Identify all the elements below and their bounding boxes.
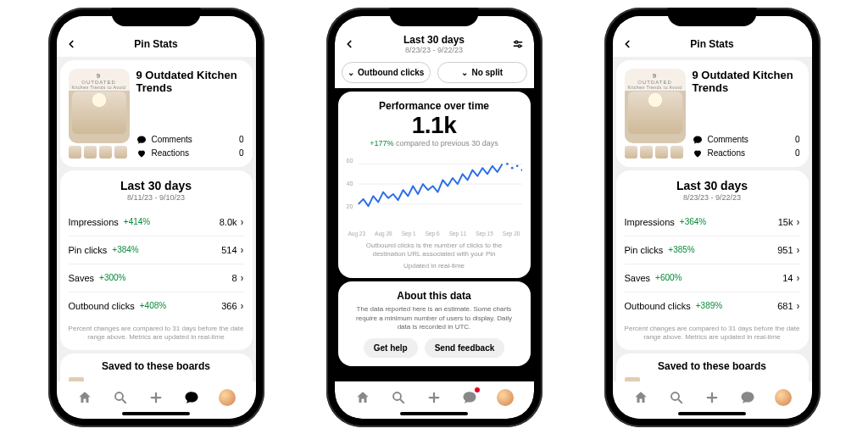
metric-row[interactable]: Pin clicks+385%951› [625, 236, 800, 264]
plus-icon [426, 390, 442, 405]
split-selector[interactable]: ⌄ No split [437, 62, 527, 83]
header: Last 30 days 8/23/23 - 9/22/23 [335, 16, 534, 57]
svg-point-11 [506, 163, 509, 165]
metric-row[interactable]: Outbound clicks+408%366› [69, 292, 244, 320]
home-icon [77, 390, 92, 405]
performance-change: +177% compared to previous 30 days [347, 139, 522, 147]
home-indicator [122, 412, 190, 415]
chevron-right-icon: › [241, 244, 244, 256]
metrics-card: Last 30 days 8/11/23 - 9/10/23 Impressio… [60, 170, 253, 351]
reactions-label: Reactions [708, 148, 745, 158]
svg-point-0 [115, 392, 123, 400]
metric-selector[interactable]: ⌄ Outbound clicks [342, 62, 431, 83]
reactions-row[interactable]: Reactions 0 [136, 148, 244, 159]
plus-tab[interactable] [147, 389, 164, 406]
page-title: Last 30 days [335, 34, 534, 46]
metric-row[interactable]: Saves+300%8› [69, 264, 244, 292]
search-tab[interactable] [112, 389, 129, 406]
chat-tab[interactable] [739, 389, 756, 406]
comments-label: Comments [152, 135, 192, 144]
plus-tab[interactable] [426, 389, 442, 406]
reactions-value: 0 [795, 148, 800, 158]
board-thumbnail[interactable] [625, 377, 640, 381]
search-tab[interactable] [668, 389, 685, 406]
heart-icon [136, 148, 147, 159]
phone-3: Pin Stats 9 OUTDATED Kitchen Trends to A… [604, 8, 821, 427]
saved-boards-card: Saved to these boards [60, 353, 253, 381]
header: Pin Stats [613, 16, 812, 57]
header: Pin Stats [57, 16, 256, 57]
back-icon[interactable] [343, 38, 355, 50]
chat-tab[interactable] [461, 389, 478, 406]
page-title: Pin Stats [57, 38, 256, 50]
about-title: About this data [347, 290, 522, 302]
search-tab[interactable] [390, 389, 407, 406]
metric-change: +408% [140, 301, 166, 310]
phone-2: Last 30 days 8/23/23 - 9/22/23 ⌄ Outboun… [326, 8, 542, 427]
metrics-footnote: Percent changes are compared to 31 days … [625, 325, 800, 342]
about-data-card: About this data The data reported here i… [338, 281, 531, 366]
metric-row[interactable]: Impressions+414%8.0k› [69, 209, 244, 236]
metric-row[interactable]: Pin clicks+384%514› [69, 236, 244, 264]
metric-label: Pin clicks [69, 245, 108, 255]
metric-label: Saves [69, 273, 95, 283]
svg-line-20 [678, 399, 682, 403]
send-feedback-button[interactable]: Send feedback [425, 338, 505, 358]
settings-icon[interactable] [512, 38, 524, 50]
back-icon[interactable] [65, 38, 77, 50]
home-tab[interactable] [632, 389, 649, 406]
plus-tab[interactable] [704, 389, 721, 406]
pin-summary-card: 9 OUTDATED Kitchen Trends to Avoid 9 Out… [60, 60, 253, 167]
chat-icon [462, 390, 477, 405]
comments-value: 0 [795, 135, 800, 144]
comments-label: Comments [708, 135, 748, 144]
metric-value: 14 [782, 273, 793, 283]
search-icon [669, 390, 684, 405]
chevron-down-icon: ⌄ [348, 68, 354, 77]
metric-value: 681 [777, 301, 793, 311]
chat-tab[interactable] [183, 389, 200, 406]
plus-icon [704, 390, 720, 405]
pin-summary-card: 9 OUTDATED Kitchen Trends to Avoid 9 Out… [616, 60, 809, 167]
metric-value: 951 [777, 245, 793, 255]
pin-variant-thumbnails [625, 146, 686, 159]
chat-icon [184, 390, 199, 405]
chart-description: Outbound clicks is the number of clicks … [347, 242, 522, 259]
pin-thumbnail[interactable]: 9 OUTDATED Kitchen Trends to Avoid [625, 69, 686, 159]
pin-thumbnail[interactable]: 9 OUTDATED Kitchen Trends to Avoid [69, 69, 130, 159]
pin-title: 9 Outdated Kitchen Trends [693, 69, 800, 95]
saved-boards-title: Saved to these boards [625, 360, 800, 372]
profile-tab[interactable] [775, 389, 792, 406]
home-tab[interactable] [354, 389, 371, 406]
board-thumbnail[interactable] [69, 377, 84, 381]
saved-boards-title: Saved to these boards [69, 360, 244, 372]
metric-value: 15k [778, 217, 793, 227]
comments-row[interactable]: Comments 0 [136, 135, 244, 145]
saved-boards-card: Saved to these boards [616, 353, 809, 381]
metric-row[interactable]: Outbound clicks+389%681› [625, 292, 800, 320]
profile-tab[interactable] [497, 389, 514, 406]
speech-bubble-icon [136, 135, 147, 145]
profile-tab[interactable] [219, 389, 236, 406]
speech-bubble-icon [693, 135, 703, 145]
metric-label: Pin clicks [625, 245, 664, 255]
metric-row[interactable]: Impressions+364%15k› [625, 209, 800, 236]
metric-row[interactable]: Saves+600%14› [625, 264, 800, 292]
metric-change: +300% [99, 273, 125, 282]
get-help-button[interactable]: Get help [364, 338, 418, 358]
comments-row[interactable]: Comments 0 [693, 135, 800, 145]
line-chart[interactable]: 204060 [347, 153, 522, 229]
metric-change: +389% [696, 301, 722, 310]
home-tab[interactable] [76, 389, 93, 406]
back-icon[interactable] [621, 38, 633, 50]
reactions-row[interactable]: Reactions 0 [693, 148, 800, 159]
plus-icon [148, 390, 164, 405]
chevron-right-icon: › [241, 216, 244, 228]
performance-title: Performance over time [347, 100, 522, 112]
metrics-footnote: Percent changes are compared to 31 days … [69, 325, 244, 342]
home-indicator [400, 412, 468, 415]
chart-updated-note: Updated in real-time [347, 262, 522, 270]
metric-label: Outbound clicks [69, 301, 135, 311]
chevron-right-icon: › [797, 244, 800, 256]
chevron-right-icon: › [797, 272, 800, 284]
